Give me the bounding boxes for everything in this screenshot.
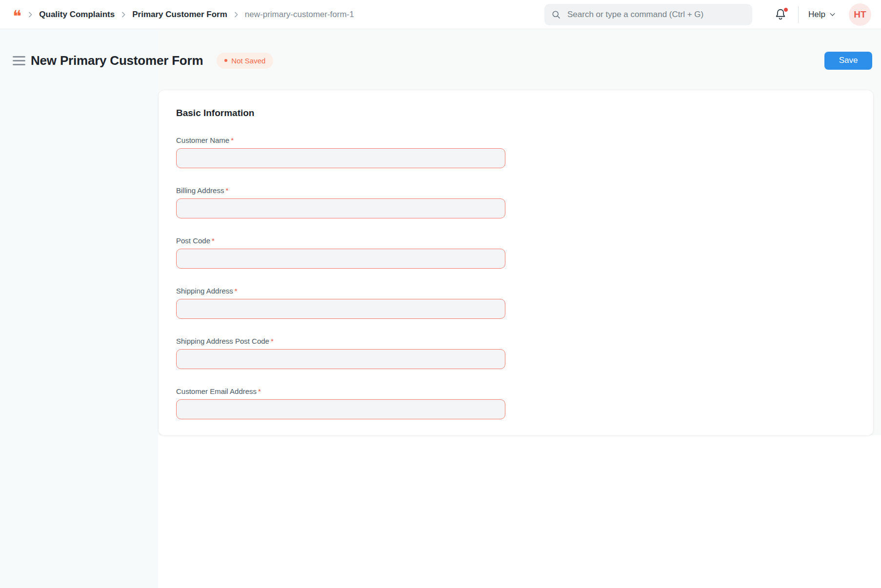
field-label: Post Code* — [176, 236, 505, 245]
section-title: Basic Information — [176, 108, 856, 118]
global-search[interactable] — [544, 4, 752, 25]
app-logo-icon[interactable]: ❝ — [13, 8, 21, 24]
required-marker: * — [212, 236, 215, 245]
chevron-right-icon — [120, 11, 127, 19]
navbar-divider — [798, 6, 799, 23]
required-marker: * — [258, 387, 261, 395]
breadcrumb-quality-complaints[interactable]: Quality Complaints — [39, 10, 115, 20]
top-navbar: ❝ Quality Complaints Primary Customer Fo… — [0, 0, 881, 29]
help-menu[interactable]: Help — [808, 10, 836, 20]
field-label: Billing Address* — [176, 186, 505, 195]
customer-name-input[interactable] — [176, 148, 505, 168]
status-dot — [224, 59, 227, 62]
notification-dot — [783, 7, 788, 12]
required-marker: * — [271, 337, 274, 345]
chevron-right-icon — [232, 11, 240, 19]
page-header: New Primary Customer Form Not Saved Save — [13, 51, 872, 70]
form-sidebar-area — [0, 29, 158, 588]
field-billing-address: Billing Address* — [176, 186, 505, 218]
billing-address-input[interactable] — [176, 198, 505, 218]
breadcrumb-current-doc: new-primary-customer-form-1 — [245, 10, 354, 20]
field-shipping-address-post-code: Shipping Address Post Code* — [176, 337, 505, 369]
search-icon — [551, 10, 561, 20]
page-area: New Primary Customer Form Not Saved Save… — [0, 29, 881, 588]
notifications-button[interactable] — [774, 8, 787, 21]
customer-email-address-input[interactable] — [176, 399, 505, 419]
save-button[interactable]: Save — [824, 52, 872, 70]
post-code-input[interactable] — [176, 249, 505, 269]
status-badge-label: Not Saved — [231, 57, 265, 65]
field-label: Shipping Address Post Code* — [176, 337, 505, 345]
field-label: Shipping Address* — [176, 287, 505, 295]
help-label: Help — [808, 10, 825, 20]
required-marker: * — [225, 186, 228, 195]
field-post-code: Post Code* — [176, 236, 505, 269]
shipping-address-post-code-input[interactable] — [176, 349, 505, 369]
form-card: Basic Information Customer Name* Billing… — [159, 90, 873, 435]
shipping-address-input[interactable] — [176, 299, 505, 319]
field-customer-email-address: Customer Email Address* — [176, 387, 505, 419]
sidebar-toggle-button[interactable] — [13, 55, 25, 66]
field-label: Customer Email Address* — [176, 387, 505, 395]
field-customer-name: Customer Name* — [176, 136, 505, 168]
breadcrumb-primary-customer-form[interactable]: Primary Customer Form — [132, 10, 227, 20]
user-avatar[interactable]: HT — [849, 3, 871, 26]
status-badge: Not Saved — [217, 53, 273, 69]
field-label: Customer Name* — [176, 136, 505, 144]
chevron-down-icon — [829, 11, 836, 18]
search-input[interactable] — [566, 9, 745, 20]
chevron-right-icon — [26, 11, 34, 19]
page-title: New Primary Customer Form — [31, 53, 203, 68]
required-marker: * — [231, 136, 234, 144]
field-shipping-address: Shipping Address* — [176, 287, 505, 319]
required-marker: * — [235, 287, 238, 295]
